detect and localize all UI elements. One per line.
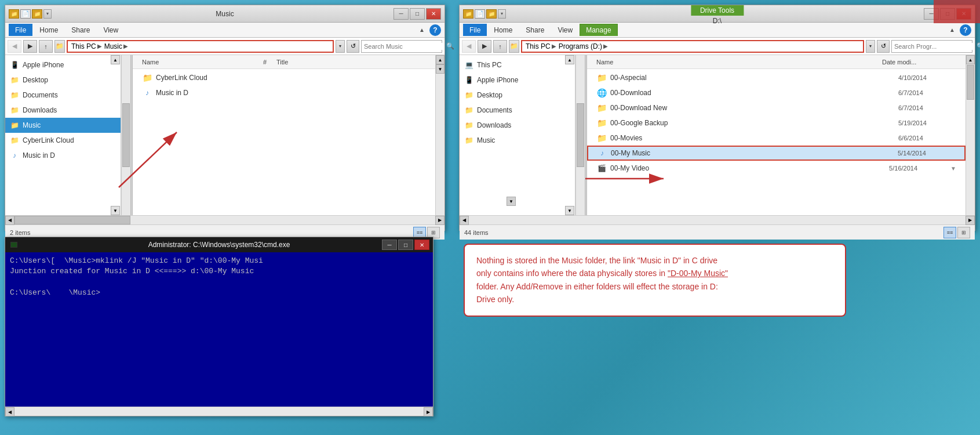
drive-path-dropdown-button[interactable]: ▾: [866, 40, 875, 53]
apple-iphone-icon: 📱: [10, 60, 19, 70]
drive-tab-manage[interactable]: Manage: [580, 24, 617, 36]
cyberlink-icon: 📁: [10, 136, 19, 145]
drive-address-path[interactable]: This PC ▶ Programs (D:) ▶: [521, 40, 864, 53]
drive-recent-locations-button[interactable]: 📁: [509, 40, 519, 53]
back-button[interactable]: ◀: [8, 40, 21, 53]
drive-tab-share[interactable]: Share: [519, 24, 551, 36]
nav-item-music-in-d[interactable]: ♪ Music in D: [5, 148, 121, 163]
nav-item-documents[interactable]: 📁 Documents: [5, 88, 121, 103]
cmd-hscrollbar[interactable]: ◀ ▶: [5, 407, 433, 416]
file-item-music-in-d[interactable]: ♪ Music in D: [133, 85, 435, 100]
file-item-00-movies[interactable]: 📁 00-Movies 6/6/2014: [587, 130, 966, 146]
drive-tab-file[interactable]: File: [463, 24, 487, 36]
main-scroll-down[interactable]: ▼: [436, 64, 445, 74]
nav-scroll-up[interactable]: ▲: [111, 55, 120, 64]
drive-tab-view[interactable]: View: [551, 24, 579, 36]
cmd-hscroll-left[interactable]: ◀: [5, 407, 14, 416]
cmd-maximize-button[interactable]: □: [398, 240, 413, 250]
drive-folder-icon: 📁: [463, 9, 473, 19]
file-item-00-aspecial[interactable]: 📁 00-Aspecial 4/10/2014: [587, 70, 966, 85]
drive-view-list-btn[interactable]: ≡≡: [943, 227, 956, 238]
drive-view-grid-btn[interactable]: ⊞: [957, 227, 970, 238]
nav-item-apple-iphone[interactable]: 📱 Apple iPhone: [5, 57, 121, 72]
horizontal-scrollbar[interactable]: ◀ ▶: [5, 215, 445, 224]
drive-nav-this-pc[interactable]: 💻 This PC: [460, 57, 575, 72]
file-item-cyberlink-cloud[interactable]: 📁 CyberLink Cloud: [133, 70, 435, 85]
drive-up-button[interactable]: ↑: [493, 40, 507, 53]
search-input[interactable]: [364, 43, 444, 50]
cmd-close-button[interactable]: ✕: [414, 240, 429, 250]
cmd-minimize-button[interactable]: ─: [382, 240, 397, 250]
up-button[interactable]: ↑: [39, 40, 53, 53]
hscroll-left-btn[interactable]: ◀: [5, 216, 14, 225]
nav-label: This PC: [477, 61, 502, 69]
file-item-00-download-new[interactable]: 📁 00-Download New 6/7/2014: [587, 100, 966, 115]
main-scroll-up[interactable]: ▲: [436, 55, 445, 64]
address-path[interactable]: This PC ▶ Music ▶: [67, 40, 334, 53]
drive-nav-scroll-up[interactable]: ▲: [565, 55, 574, 64]
tab-share[interactable]: Share: [65, 24, 96, 36]
hscroll-right-btn[interactable]: ▶: [435, 216, 445, 225]
minimize-button[interactable]: ─: [394, 8, 409, 20]
drive-refresh-button[interactable]: ↺: [877, 40, 890, 53]
cmd-line-4: C:\Users\ \Music>: [10, 288, 428, 298]
path-dropdown-button[interactable]: ▾: [336, 40, 345, 53]
forward-button[interactable]: ▶: [23, 40, 37, 53]
tab-view[interactable]: View: [97, 24, 125, 36]
drive-back-button[interactable]: ◀: [462, 40, 476, 53]
file-item-00-my-music[interactable]: ♪ 00-My Music 5/14/2014: [587, 146, 966, 161]
refresh-button[interactable]: ↺: [347, 40, 359, 53]
drive-help-button[interactable]: ?: [960, 24, 971, 36]
maximize-button[interactable]: □: [410, 8, 425, 20]
scroll-indicator: ▼: [950, 165, 956, 172]
drive-nav-downloads[interactable]: 📁 Downloads: [460, 118, 575, 133]
tab-file[interactable]: File: [9, 24, 32, 36]
drive-titlebar-dropdown[interactable]: ▾: [498, 9, 506, 19]
nav-scroll-down[interactable]: ▼: [111, 206, 120, 215]
drive-tab-home[interactable]: Home: [487, 24, 519, 36]
tab-home[interactable]: Home: [33, 24, 64, 36]
drive-nav-documents[interactable]: 📁 Documents: [460, 103, 575, 118]
nav-label: Music: [477, 136, 495, 144]
nav-item-downloads[interactable]: 📁 Downloads: [5, 103, 121, 118]
file-item-00-download[interactable]: 🌐 00-Download 6/7/2014: [587, 85, 966, 100]
drive-nav-scroll-down[interactable]: ▼: [565, 206, 574, 215]
drive-folder-icon-2: 📁: [486, 9, 497, 19]
nav-item-music[interactable]: 📁 Music: [5, 118, 121, 133]
cmd-body[interactable]: C:\Users\[ \Music>mklink /J "Music in D"…: [5, 252, 433, 407]
drive-horizontal-scrollbar[interactable]: ◀ ▶: [460, 215, 975, 224]
drive-collapse-ribbon-button[interactable]: ▲: [947, 25, 957, 35]
nav-item-desktop[interactable]: 📁 Desktop: [5, 72, 121, 88]
drive-main-scroll-down[interactable]: ▼: [507, 197, 516, 206]
drive-nav-scrollbar[interactable]: [575, 55, 585, 215]
drive-hscroll-left-btn[interactable]: ◀: [460, 216, 469, 225]
drive-nav-desktop[interactable]: 📁 Desktop: [460, 88, 575, 103]
drive-search-input[interactable]: [894, 43, 974, 50]
main-scrollbar[interactable]: ▲ ▼: [435, 55, 445, 215]
cmd-title-text: Administrator: C:\Windows\system32\cmd.e…: [148, 241, 290, 249]
collapse-ribbon-button[interactable]: ▲: [417, 25, 427, 35]
drive-nav-music[interactable]: 📁 Music: [460, 133, 575, 148]
help-button[interactable]: ?: [429, 24, 441, 36]
cmd-hscroll-right[interactable]: ▶: [424, 407, 433, 416]
drive-nav-scroll-thumb: [577, 103, 584, 167]
aspecial-icon: 📁: [596, 73, 607, 82]
file-item-00-my-video[interactable]: 🎬 00-My Video 5/16/2014 ▼: [587, 161, 966, 176]
drive-hscroll-right-btn[interactable]: ▶: [966, 216, 975, 225]
column-header: Name # Title: [133, 55, 435, 69]
titlebar-dropdown[interactable]: ▾: [43, 9, 52, 19]
drive-forward-button[interactable]: ▶: [478, 40, 491, 53]
music-in-d-file-icon: ♪: [142, 88, 152, 97]
nav-item-cyberlink[interactable]: 📁 CyberLink Cloud: [5, 133, 121, 148]
file-item-00-google-backup[interactable]: 📁 00-Google Backup 5/19/2014: [587, 115, 966, 130]
drive-main-scroll-up[interactable]: ▲: [966, 55, 975, 64]
nav-pane: ▲ 📱 Apple iPhone 📁 Desktop 📁 Documents 📁…: [5, 55, 121, 215]
nav-scrollbar[interactable]: [121, 55, 130, 215]
ribbon: File Home Share View ▲ ?: [5, 23, 445, 38]
drive-main-scrollbar[interactable]: ▲ ▼: [966, 55, 975, 215]
drive-nav-apple-iphone[interactable]: 📱 Apple iPhone: [460, 72, 575, 88]
drive-titlebar-icons: 📁 📄 📁 ▾: [463, 9, 506, 19]
close-button[interactable]: ✕: [426, 8, 441, 20]
nav-label: Music: [23, 121, 41, 129]
recent-locations-button[interactable]: 📁: [54, 40, 65, 53]
